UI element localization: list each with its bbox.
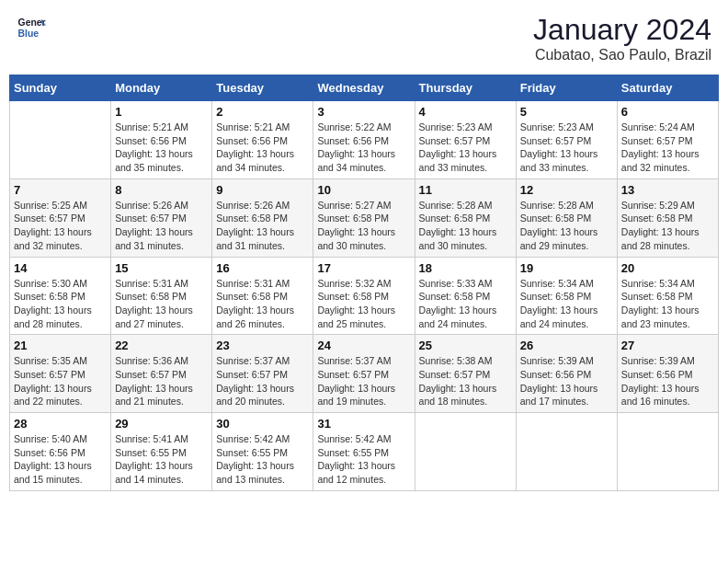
calendar-cell: 30Sunrise: 5:42 AM Sunset: 6:55 PM Dayli… bbox=[212, 413, 313, 491]
title-block: January 2024 Cubatao, Sao Paulo, Brazil bbox=[533, 13, 711, 63]
calendar-title: January 2024 bbox=[533, 13, 711, 47]
cell-info: Sunrise: 5:37 AM Sunset: 6:57 PM Dayligh… bbox=[317, 354, 410, 408]
column-header-friday: Friday bbox=[516, 75, 617, 101]
cell-info: Sunrise: 5:36 AM Sunset: 6:57 PM Dayligh… bbox=[115, 354, 208, 408]
cell-date: 17 bbox=[317, 261, 410, 275]
svg-text:Blue: Blue bbox=[18, 29, 40, 39]
cell-info: Sunrise: 5:28 AM Sunset: 6:58 PM Dayligh… bbox=[520, 199, 613, 253]
cell-date: 11 bbox=[419, 183, 512, 197]
calendar-cell: 3Sunrise: 5:22 AM Sunset: 6:56 PM Daylig… bbox=[313, 101, 415, 179]
week-row-1: 1Sunrise: 5:21 AM Sunset: 6:56 PM Daylig… bbox=[10, 101, 719, 179]
cell-info: Sunrise: 5:27 AM Sunset: 6:58 PM Dayligh… bbox=[317, 199, 410, 253]
calendar-cell: 15Sunrise: 5:31 AM Sunset: 6:58 PM Dayli… bbox=[111, 257, 212, 335]
cell-date: 27 bbox=[621, 339, 714, 352]
cell-info: Sunrise: 5:22 AM Sunset: 6:56 PM Dayligh… bbox=[317, 121, 410, 175]
cell-info: Sunrise: 5:26 AM Sunset: 6:58 PM Dayligh… bbox=[216, 199, 309, 253]
week-row-2: 7Sunrise: 5:25 AM Sunset: 6:57 PM Daylig… bbox=[10, 178, 719, 257]
cell-info: Sunrise: 5:21 AM Sunset: 6:56 PM Dayligh… bbox=[216, 121, 309, 175]
cell-date: 16 bbox=[216, 261, 309, 275]
cell-info: Sunrise: 5:28 AM Sunset: 6:58 PM Dayligh… bbox=[419, 199, 512, 253]
column-header-wednesday: Wednesday bbox=[313, 75, 415, 101]
calendar-cell: 8Sunrise: 5:26 AM Sunset: 6:57 PM Daylig… bbox=[111, 178, 212, 257]
cell-info: Sunrise: 5:23 AM Sunset: 6:57 PM Dayligh… bbox=[419, 121, 512, 175]
cell-date: 12 bbox=[520, 183, 613, 197]
calendar-cell: 7Sunrise: 5:25 AM Sunset: 6:57 PM Daylig… bbox=[10, 178, 111, 257]
cell-info: Sunrise: 5:24 AM Sunset: 6:57 PM Dayligh… bbox=[621, 121, 714, 175]
cell-info: Sunrise: 5:30 AM Sunset: 6:58 PM Dayligh… bbox=[14, 277, 107, 331]
week-row-3: 14Sunrise: 5:30 AM Sunset: 6:58 PM Dayli… bbox=[10, 257, 719, 335]
cell-date: 8 bbox=[115, 183, 208, 197]
header-row: SundayMondayTuesdayWednesdayThursdayFrid… bbox=[10, 75, 719, 101]
cell-info: Sunrise: 5:42 AM Sunset: 6:55 PM Dayligh… bbox=[216, 432, 309, 487]
cell-date: 9 bbox=[216, 183, 309, 197]
calendar-cell: 20Sunrise: 5:34 AM Sunset: 6:58 PM Dayli… bbox=[617, 257, 718, 335]
cell-info: Sunrise: 5:29 AM Sunset: 6:58 PM Dayligh… bbox=[621, 199, 714, 253]
cell-date: 24 bbox=[317, 339, 410, 352]
column-header-saturday: Saturday bbox=[617, 75, 718, 101]
cell-date: 3 bbox=[317, 105, 410, 119]
cell-info: Sunrise: 5:40 AM Sunset: 6:56 PM Dayligh… bbox=[14, 432, 107, 487]
cell-info: Sunrise: 5:23 AM Sunset: 6:57 PM Dayligh… bbox=[520, 121, 613, 175]
cell-info: Sunrise: 5:38 AM Sunset: 6:57 PM Dayligh… bbox=[419, 354, 512, 408]
cell-info: Sunrise: 5:39 AM Sunset: 6:56 PM Dayligh… bbox=[520, 354, 613, 408]
cell-info: Sunrise: 5:34 AM Sunset: 6:58 PM Dayligh… bbox=[621, 277, 714, 331]
cell-info: Sunrise: 5:39 AM Sunset: 6:56 PM Dayligh… bbox=[621, 354, 714, 408]
cell-date: 1 bbox=[115, 105, 208, 119]
cell-date: 7 bbox=[14, 183, 107, 197]
logo-icon: General Blue bbox=[17, 13, 46, 42]
week-row-4: 21Sunrise: 5:35 AM Sunset: 6:57 PM Dayli… bbox=[10, 335, 719, 413]
calendar-cell: 6Sunrise: 5:24 AM Sunset: 6:57 PM Daylig… bbox=[617, 101, 718, 179]
cell-date: 26 bbox=[520, 339, 613, 352]
column-header-thursday: Thursday bbox=[415, 75, 516, 101]
calendar-cell: 31Sunrise: 5:42 AM Sunset: 6:55 PM Dayli… bbox=[313, 413, 415, 491]
cell-date: 2 bbox=[216, 105, 309, 119]
cell-info: Sunrise: 5:34 AM Sunset: 6:58 PM Dayligh… bbox=[520, 277, 613, 331]
cell-info: Sunrise: 5:21 AM Sunset: 6:56 PM Dayligh… bbox=[115, 121, 208, 175]
calendar-cell: 25Sunrise: 5:38 AM Sunset: 6:57 PM Dayli… bbox=[415, 335, 516, 413]
calendar-cell bbox=[516, 413, 617, 491]
calendar-cell: 10Sunrise: 5:27 AM Sunset: 6:58 PM Dayli… bbox=[313, 178, 415, 257]
calendar-cell: 29Sunrise: 5:41 AM Sunset: 6:55 PM Dayli… bbox=[111, 413, 212, 491]
cell-info: Sunrise: 5:42 AM Sunset: 6:55 PM Dayligh… bbox=[317, 432, 410, 487]
cell-date: 18 bbox=[419, 261, 512, 275]
calendar-cell: 23Sunrise: 5:37 AM Sunset: 6:57 PM Dayli… bbox=[212, 335, 313, 413]
calendar-cell: 13Sunrise: 5:29 AM Sunset: 6:58 PM Dayli… bbox=[617, 178, 718, 257]
calendar-cell bbox=[415, 413, 516, 491]
cell-date: 19 bbox=[520, 261, 613, 275]
cell-info: Sunrise: 5:41 AM Sunset: 6:55 PM Dayligh… bbox=[115, 432, 208, 487]
calendar-cell: 9Sunrise: 5:26 AM Sunset: 6:58 PM Daylig… bbox=[212, 178, 313, 257]
cell-date: 21 bbox=[14, 339, 107, 352]
calendar-cell: 22Sunrise: 5:36 AM Sunset: 6:57 PM Dayli… bbox=[111, 335, 212, 413]
cell-date: 25 bbox=[419, 339, 512, 352]
calendar-table: SundayMondayTuesdayWednesdayThursdayFrid… bbox=[9, 75, 719, 491]
column-header-monday: Monday bbox=[111, 75, 212, 101]
cell-info: Sunrise: 5:26 AM Sunset: 6:57 PM Dayligh… bbox=[115, 199, 208, 253]
calendar-cell: 24Sunrise: 5:37 AM Sunset: 6:57 PM Dayli… bbox=[313, 335, 415, 413]
calendar-cell: 1Sunrise: 5:21 AM Sunset: 6:56 PM Daylig… bbox=[111, 101, 212, 179]
calendar-cell: 17Sunrise: 5:32 AM Sunset: 6:58 PM Dayli… bbox=[313, 257, 415, 335]
calendar-cell: 21Sunrise: 5:35 AM Sunset: 6:57 PM Dayli… bbox=[10, 335, 111, 413]
cell-info: Sunrise: 5:37 AM Sunset: 6:57 PM Dayligh… bbox=[216, 354, 309, 408]
cell-date: 6 bbox=[621, 105, 714, 119]
cell-date: 20 bbox=[621, 261, 714, 275]
calendar-cell bbox=[10, 101, 111, 179]
calendar-cell: 27Sunrise: 5:39 AM Sunset: 6:56 PM Dayli… bbox=[617, 335, 718, 413]
calendar-cell: 11Sunrise: 5:28 AM Sunset: 6:58 PM Dayli… bbox=[415, 178, 516, 257]
calendar-cell: 5Sunrise: 5:23 AM Sunset: 6:57 PM Daylig… bbox=[516, 101, 617, 179]
cell-date: 23 bbox=[216, 339, 309, 352]
calendar-cell: 19Sunrise: 5:34 AM Sunset: 6:58 PM Dayli… bbox=[516, 257, 617, 335]
cell-date: 31 bbox=[317, 417, 410, 431]
page-header: General Blue January 2024 Cubatao, Sao P… bbox=[9, 9, 719, 67]
cell-info: Sunrise: 5:32 AM Sunset: 6:58 PM Dayligh… bbox=[317, 277, 410, 331]
cell-info: Sunrise: 5:31 AM Sunset: 6:58 PM Dayligh… bbox=[216, 277, 309, 331]
calendar-cell: 14Sunrise: 5:30 AM Sunset: 6:58 PM Dayli… bbox=[10, 257, 111, 335]
cell-info: Sunrise: 5:31 AM Sunset: 6:58 PM Dayligh… bbox=[115, 277, 208, 331]
calendar-subtitle: Cubatao, Sao Paulo, Brazil bbox=[533, 47, 711, 63]
calendar-cell: 28Sunrise: 5:40 AM Sunset: 6:56 PM Dayli… bbox=[10, 413, 111, 491]
cell-date: 13 bbox=[621, 183, 714, 197]
calendar-cell: 4Sunrise: 5:23 AM Sunset: 6:57 PM Daylig… bbox=[415, 101, 516, 179]
cell-date: 15 bbox=[115, 261, 208, 275]
week-row-5: 28Sunrise: 5:40 AM Sunset: 6:56 PM Dayli… bbox=[10, 413, 719, 491]
cell-date: 4 bbox=[419, 105, 512, 119]
calendar-cell: 2Sunrise: 5:21 AM Sunset: 6:56 PM Daylig… bbox=[212, 101, 313, 179]
